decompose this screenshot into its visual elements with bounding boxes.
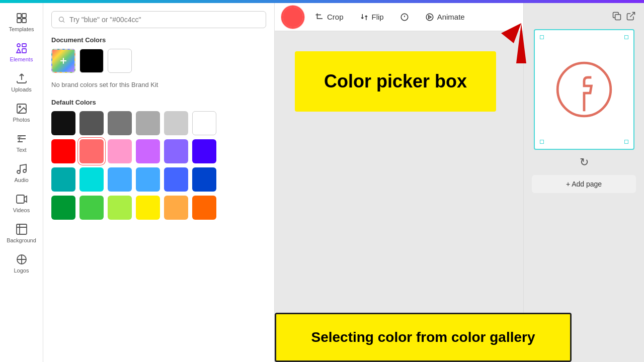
svg-point-18 xyxy=(426,14,433,21)
color-cell-21[interactable] xyxy=(136,196,160,220)
svg-line-22 xyxy=(630,13,634,17)
color-picker-box: Color picker box xyxy=(295,51,496,112)
duplicate-icon[interactable] xyxy=(612,11,622,21)
color-cell-20[interactable] xyxy=(108,196,132,220)
color-cell-12[interactable] xyxy=(51,167,75,192)
sidebar-label-templates: Templates xyxy=(9,26,34,32)
doc-color-white[interactable] xyxy=(108,49,132,73)
no-brand-message: No brand colors set for this Brand Kit xyxy=(51,81,266,88)
color-search-input[interactable] xyxy=(69,16,260,24)
search-icon xyxy=(58,16,65,24)
animate-button[interactable]: Animate xyxy=(421,10,469,25)
sidebar-item-text[interactable]: T Text xyxy=(0,128,43,158)
sidebar-label-photos: Photos xyxy=(13,117,30,123)
facebook-icon xyxy=(554,59,614,120)
document-colors-title: Document Colors xyxy=(51,36,266,44)
svg-rect-5 xyxy=(22,44,26,47)
info-icon xyxy=(400,13,409,22)
plus-icon xyxy=(58,56,68,66)
canvas-area: Crop Flip Animate xyxy=(275,3,523,362)
document-colors-row xyxy=(51,49,266,73)
color-cell-5[interactable] xyxy=(192,111,216,135)
color-cell-1[interactable] xyxy=(79,111,104,135)
svg-rect-0 xyxy=(17,14,21,18)
sidebar-item-elements[interactable]: Elements xyxy=(0,37,43,67)
sidebar-label-elements: Elements xyxy=(10,56,33,62)
svg-rect-13 xyxy=(17,195,24,203)
svg-marker-20 xyxy=(501,23,521,43)
photos-icon xyxy=(16,103,28,115)
templates-icon xyxy=(16,12,28,24)
svg-point-4 xyxy=(17,44,20,47)
annotation-box-bottom: Selecting color from color gallery xyxy=(275,313,572,362)
crop-icon xyxy=(315,13,324,22)
svg-point-16 xyxy=(59,17,64,22)
rotate-icon[interactable]: ↻ xyxy=(580,156,589,169)
crop-button[interactable]: Crop xyxy=(311,10,348,25)
color-cell-23[interactable] xyxy=(192,196,216,220)
elements-icon xyxy=(16,42,28,54)
color-cell-8[interactable] xyxy=(108,139,132,163)
sidebar-item-photos[interactable]: Photos xyxy=(0,98,43,128)
audio-icon xyxy=(16,163,28,175)
sidebar-label-videos: Videos xyxy=(13,207,30,213)
color-cell-22[interactable] xyxy=(164,196,188,220)
external-link-icon[interactable] xyxy=(626,11,636,21)
flip-icon xyxy=(360,13,369,22)
color-cell-15[interactable] xyxy=(136,167,160,192)
color-cell-11[interactable] xyxy=(192,139,216,163)
color-grid xyxy=(51,111,266,220)
sidebar-label-logos: Logos xyxy=(14,267,29,274)
sidebar-label-audio: Audio xyxy=(14,177,28,183)
color-cell-10[interactable] xyxy=(164,139,188,163)
svg-rect-1 xyxy=(22,14,26,18)
color-cell-0[interactable] xyxy=(51,111,75,135)
color-cell-14[interactable] xyxy=(108,167,132,192)
color-cell-3[interactable] xyxy=(136,111,160,135)
svg-point-12 xyxy=(23,169,26,172)
svg-point-9 xyxy=(19,106,21,108)
sidebar-item-templates[interactable]: Templates xyxy=(0,7,43,37)
sidebar-label-background: Background xyxy=(7,237,36,243)
color-cell-9[interactable] xyxy=(136,139,160,163)
sidebar-label-text: Text xyxy=(16,147,26,153)
default-colors-title: Default Colors xyxy=(51,99,266,106)
logos-icon xyxy=(16,253,28,265)
svg-rect-3 xyxy=(22,19,26,23)
color-cell-18[interactable] xyxy=(51,196,75,220)
background-icon xyxy=(16,223,28,235)
videos-icon xyxy=(16,193,28,205)
arrow-annotation xyxy=(486,8,556,70)
color-cell-6[interactable] xyxy=(51,139,75,163)
sidebar-item-uploads[interactable]: Uploads xyxy=(0,67,43,98)
color-cell-17[interactable] xyxy=(192,167,216,192)
text-icon: T xyxy=(16,133,28,145)
svg-rect-14 xyxy=(17,224,27,234)
color-search-bar[interactable] xyxy=(51,11,266,28)
color-cell-2[interactable] xyxy=(108,111,132,135)
svg-text:T: T xyxy=(17,135,22,143)
color-cell-4[interactable] xyxy=(164,111,188,135)
sidebar-item-logos[interactable]: Logos xyxy=(0,248,43,279)
color-cell-7[interactable] xyxy=(79,139,104,163)
svg-rect-7 xyxy=(22,49,26,53)
sidebar-item-videos[interactable]: Videos xyxy=(0,188,43,218)
svg-point-11 xyxy=(17,170,20,173)
doc-color-black[interactable] xyxy=(79,49,104,73)
color-cell-16[interactable] xyxy=(164,167,188,192)
sidebar: Templates Elements Uploads xyxy=(0,3,43,362)
flip-button[interactable]: Flip xyxy=(356,10,388,25)
animate-icon xyxy=(425,13,434,22)
sidebar-item-audio[interactable]: Audio xyxy=(0,158,43,188)
svg-rect-2 xyxy=(17,19,21,23)
uploads-icon xyxy=(16,72,28,84)
add-color-swatch[interactable] xyxy=(51,49,75,73)
color-picker-button[interactable] xyxy=(283,7,303,27)
svg-rect-21 xyxy=(615,15,621,20)
sidebar-item-background[interactable]: Background xyxy=(0,218,43,248)
color-cell-19[interactable] xyxy=(79,196,104,220)
info-button[interactable] xyxy=(396,10,413,25)
sidebar-label-uploads: Uploads xyxy=(11,86,31,93)
color-cell-13[interactable] xyxy=(79,167,104,192)
add-page-button[interactable]: + Add page xyxy=(532,175,636,193)
